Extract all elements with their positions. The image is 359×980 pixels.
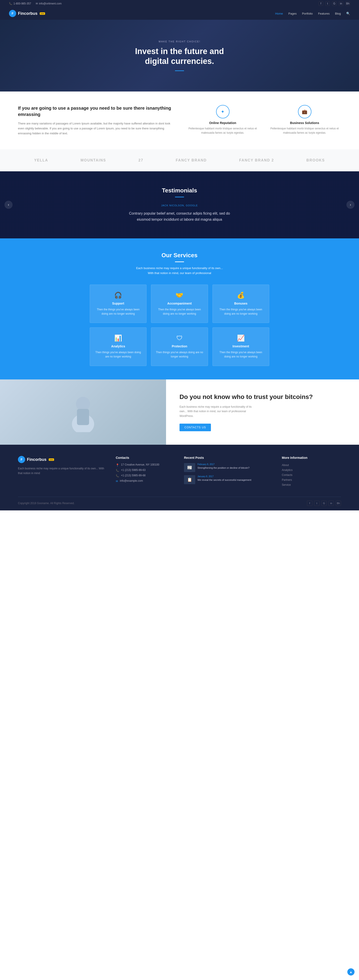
- phone1-icon: 📞: [116, 469, 119, 472]
- footer-twitter[interactable]: t: [314, 501, 319, 506]
- address-icon: 📍: [116, 463, 119, 467]
- feature-desc-1: Pellentesque habitant morbi tristique se…: [268, 126, 341, 135]
- service-desc-0: Then the things you've always been doing…: [94, 307, 142, 316]
- post-title-0[interactable]: Strengthening the position or decline of…: [198, 466, 273, 469]
- footer-facebook[interactable]: f: [307, 501, 312, 506]
- protection-icon: 🛡: [156, 334, 203, 342]
- partner-fancy2: Fancy Brand 2: [239, 158, 274, 162]
- partner-brooks: BROOKS: [306, 158, 325, 162]
- partners-section: YELLA MOUNTAINS 27 Fancy Brand Fancy Bra…: [0, 150, 359, 171]
- about-left: If you are going to use a passage you ne…: [18, 105, 173, 136]
- bitcoin-body: Each business niche may require a unique…: [180, 404, 256, 418]
- services-divider: [175, 261, 184, 262]
- services-section: Our Services Each business niche may req…: [0, 239, 359, 379]
- testimonials-divider: [175, 197, 184, 197]
- feature-online-reputation: ✦ Online Reputation Pellentesque habitan…: [186, 105, 259, 135]
- bitcoin-image: [0, 379, 166, 445]
- slider-prev-button[interactable]: ‹: [5, 201, 13, 209]
- nav-portfolio[interactable]: Portfolio: [302, 12, 313, 15]
- facebook-link-top[interactable]: f: [319, 2, 323, 6]
- testimonial-author: JACK NICOLSON, GOOGLE: [18, 204, 341, 207]
- footer-email: ✉ info@example.com: [116, 479, 175, 483]
- recent-post-0: 📰 February 8, 2017 Strengthening the pos…: [184, 463, 273, 472]
- logo[interactable]: F Fincorbus new: [9, 10, 45, 17]
- footer-more-info-col: More Information About Analytics Contact…: [282, 456, 341, 488]
- email-info: ✉ info@oritment.com: [36, 2, 62, 5]
- nav-blog[interactable]: Blog: [335, 12, 341, 15]
- partner-fancy1: Fancy Brand: [176, 158, 207, 162]
- service-protection: 🛡 Protection Then things you've always d…: [151, 328, 208, 366]
- post-date-0: February 8, 2017: [198, 463, 273, 466]
- service-desc-4: Then things you've always doing are no l…: [156, 350, 203, 359]
- footer-link-service[interactable]: Service: [282, 483, 291, 487]
- about-body: There are many variations of passages of…: [18, 121, 173, 136]
- footer-instagram[interactable]: in: [329, 501, 334, 506]
- footer-more-links: About Analytics Contacts Partners Servic…: [282, 463, 341, 487]
- top-bar-left: 📞 1-800-985-357 ✉ info@oritment.com: [9, 2, 62, 5]
- hero-section: MAKE THE RIGHT CHOICE! Invest in the fut…: [0, 20, 359, 92]
- testimonial-quote: Contrary popular belief amet, consectur …: [123, 210, 236, 223]
- footer-link-contacts[interactable]: Contacts: [282, 473, 292, 477]
- footer-gplus[interactable]: G: [321, 501, 327, 506]
- bonuses-icon: 💰: [217, 291, 265, 299]
- phone-info: 📞 1-800-985-357: [9, 2, 31, 5]
- service-title-0: Support: [94, 302, 142, 305]
- footer: F Fincorbus new Each business niche may …: [0, 445, 359, 511]
- nav-features[interactable]: Features: [318, 12, 330, 15]
- phone-icon: 📞: [9, 2, 12, 5]
- email-icon: ✉: [36, 2, 38, 5]
- nav-pages[interactable]: Pages: [288, 12, 297, 15]
- bitcoin-section: Do you not know who to trust your bitcoi…: [0, 379, 359, 445]
- services-heading: Our Services: [18, 252, 341, 259]
- service-investment: 📈 Investment Then the things you've alwa…: [212, 328, 269, 366]
- behance-link-top[interactable]: Bh: [346, 2, 350, 6]
- twitter-link-top[interactable]: t: [325, 2, 330, 6]
- feature-desc-0: Pellentesque habitant morbi tristique se…: [186, 126, 259, 135]
- footer-phone1: 📞 +1 (213) 5985-99-63: [116, 468, 175, 472]
- footer-link-analytics[interactable]: Analytics: [282, 468, 293, 472]
- service-desc-2: Then the things you've always been doing…: [217, 307, 265, 316]
- hero-title: Invest in the future and digital currenc…: [135, 46, 224, 66]
- gplus-link-top[interactable]: G: [332, 2, 337, 6]
- about-heading: If you are going to use a passage you ne…: [18, 105, 173, 118]
- email-address: info@oritment.com: [39, 2, 62, 5]
- phone2-icon: 📞: [116, 474, 119, 477]
- search-icon[interactable]: 🔍: [346, 12, 350, 15]
- post-thumb-1: 📋: [184, 475, 195, 484]
- footer-logo-text: Fincorbus: [27, 457, 46, 462]
- footer-address: 📍 17 Creative Avenue, NY 100100: [116, 463, 175, 467]
- post-title-1[interactable]: We reveal the secrets of successful mana…: [198, 478, 273, 482]
- footer-phone1-text: +1 (213) 5985-99-63: [121, 468, 146, 472]
- person-illustration: [63, 392, 103, 432]
- footer-link-about[interactable]: About: [282, 463, 289, 467]
- online-reputation-icon: ✦: [216, 105, 230, 118]
- contacts-us-button[interactable]: CONTACTS US: [180, 424, 211, 431]
- service-accompaniment: 🤝 Accompaniment Then the things you've a…: [151, 285, 208, 323]
- footer-logo-icon: F: [18, 456, 25, 463]
- feature-business-solutions: 💼 Business Solutions Pellentesque habita…: [268, 105, 341, 135]
- footer-phone2-text: +1 (213) 5985-99-68: [121, 474, 146, 477]
- partner-mountains: MOUNTAINS: [81, 158, 106, 162]
- logo-text: Fincorbus: [18, 11, 37, 16]
- slider-next-button[interactable]: ›: [346, 201, 354, 209]
- service-title-1: Accompaniment: [156, 302, 203, 305]
- footer-behance[interactable]: Bh: [336, 501, 341, 506]
- svg-rect-2: [77, 409, 89, 425]
- footer-more-info-heading: More Information: [282, 456, 341, 460]
- nav-home[interactable]: Home: [275, 12, 283, 15]
- service-support: 🎧 Support Then the things you've always …: [90, 285, 147, 323]
- footer-logo-badge: new: [49, 458, 54, 461]
- services-subtitle: Each business niche may require a unique…: [135, 266, 224, 275]
- service-analytics: 📊 Analytics Then things you've always be…: [90, 328, 147, 366]
- support-icon: 🎧: [94, 291, 142, 299]
- post-info-1: January 8, 2017 We reveal the secrets of…: [198, 475, 273, 482]
- phone-number: 1-800-985-357: [13, 2, 31, 5]
- footer-about-text: Each business niche may require a unique…: [18, 466, 107, 476]
- footer-link-partners[interactable]: Partners: [282, 478, 292, 482]
- footer-email-text: info@example.com: [120, 479, 143, 482]
- footer-posts-heading: Recent Posts: [184, 456, 273, 460]
- instagram-link-top[interactable]: in: [339, 2, 343, 6]
- investment-icon: 📈: [217, 334, 265, 342]
- business-solutions-icon: 💼: [298, 105, 311, 118]
- main-nav: F Fincorbus new Home Pages Portfolio Fea…: [0, 7, 359, 20]
